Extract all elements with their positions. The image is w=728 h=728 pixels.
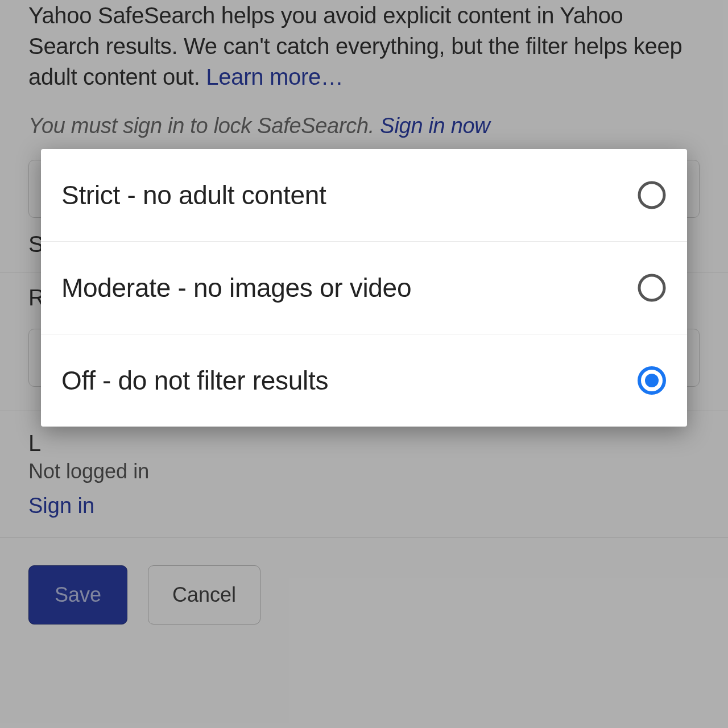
safesearch-option-strict[interactable]: Strict - no adult content xyxy=(41,149,687,242)
safesearch-option-off[interactable]: Off - do not filter results xyxy=(41,334,687,427)
safesearch-options-modal: Strict - no adult content Moderate - no … xyxy=(41,149,687,427)
radio-unchecked-icon xyxy=(637,273,667,303)
option-label: Moderate - no images or video xyxy=(61,272,411,303)
svg-point-0 xyxy=(639,183,664,208)
option-label: Off - do not filter results xyxy=(61,365,328,396)
svg-point-3 xyxy=(645,374,659,387)
radio-unchecked-icon xyxy=(637,180,667,210)
safesearch-option-moderate[interactable]: Moderate - no images or video xyxy=(41,242,687,334)
radio-checked-icon xyxy=(637,366,667,395)
svg-point-1 xyxy=(639,275,664,300)
option-label: Strict - no adult content xyxy=(61,180,326,210)
